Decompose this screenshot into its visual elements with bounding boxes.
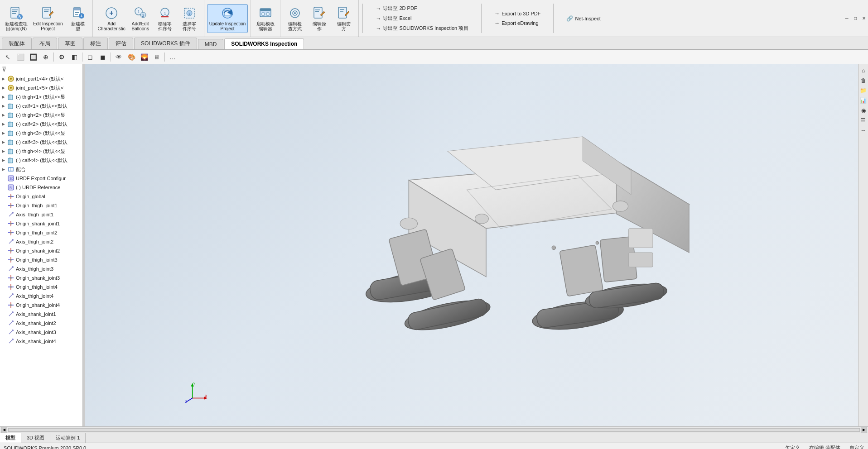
tree-item-joint-part1-4[interactable]: ▶joint_part1<4> (默认< bbox=[0, 74, 82, 83]
tree-icon-thigh-1 bbox=[7, 93, 14, 100]
tree-item-thigh-2[interactable]: ▶(-) thigh<2> (默认<<显 bbox=[0, 110, 82, 119]
section-view-btn[interactable]: ◧ bbox=[68, 51, 80, 63]
svg-rect-35 bbox=[314, 7, 322, 18]
hide-show-btn[interactable]: 👁 bbox=[113, 51, 125, 63]
tree-item-thigh-1[interactable]: ▶(-) thigh<1> (默认<<显 bbox=[0, 92, 82, 101]
tree-item-urdf-export[interactable]: 3DURDF Export Configur bbox=[0, 174, 82, 183]
tree-item-axis-shank-joint1[interactable]: Axis_shank_joint1 bbox=[0, 310, 82, 319]
close-btn[interactable]: ✕ bbox=[860, 14, 868, 23]
tab-layout[interactable]: 布局 bbox=[33, 38, 57, 49]
tree-item-axis-thigh-joint2[interactable]: Axis_thigh_joint2 bbox=[0, 237, 82, 246]
tree-icon-axis-thigh-joint4 bbox=[7, 292, 14, 300]
tree-item-axis-shank-joint2[interactable]: Axis_shank_joint2 bbox=[0, 319, 82, 328]
status-underdefined[interactable]: 欠定义 bbox=[785, 444, 800, 449]
bottom-tab-3d-view[interactable]: 3D 视图 bbox=[21, 433, 50, 443]
tab-sketch[interactable]: 草图 bbox=[58, 38, 82, 49]
tree-item-thigh-4[interactable]: ▶(-) thigh<4> (默认<<显 bbox=[0, 147, 82, 156]
more-btn[interactable]: … bbox=[167, 51, 178, 63]
right-trash-btn[interactable]: 🗑 bbox=[859, 76, 868, 85]
svg-rect-49 bbox=[8, 113, 13, 118]
tree-icon-axis-thigh-joint2 bbox=[7, 238, 14, 245]
new-inspection-btn[interactable]: N 新建检查项 目(amp;N) bbox=[3, 4, 30, 33]
tree-item-origin-shank-joint3[interactable]: Origin_shank_joint3 bbox=[0, 273, 82, 282]
export-2d-pdf-btn[interactable]: → 导出至 2D PDF bbox=[374, 4, 470, 13]
status-customize[interactable]: 自定义 bbox=[849, 444, 864, 449]
view-settings2-btn[interactable]: 🖥 bbox=[151, 51, 163, 63]
tree-item-axis-thigh-joint1[interactable]: Axis_thigh_joint1 bbox=[0, 210, 82, 219]
tree-item-axis-thigh-joint4[interactable]: Axis_thigh_joint4 bbox=[0, 291, 82, 301]
scroll-track[interactable] bbox=[8, 428, 860, 432]
net-inspect-btn[interactable]: 🔗 Net-Inspect bbox=[564, 14, 602, 23]
export-edrawing-btn[interactable]: → Export eDrawing bbox=[492, 19, 542, 27]
svg-text:Z: Z bbox=[185, 400, 187, 404]
tab-assembly[interactable]: 装配体 bbox=[2, 38, 32, 49]
tree-item-peipei[interactable]: ▶配合 bbox=[0, 165, 82, 174]
bottom-tab-motion[interactable]: 运动算例 1 bbox=[50, 433, 86, 443]
tree-item-origin-global[interactable]: Origin_global bbox=[0, 192, 82, 201]
tree-item-axis-shank-joint3[interactable]: Axis_shank_joint3 bbox=[0, 328, 82, 337]
new-model-btn[interactable]: + 新建模 型 bbox=[66, 4, 90, 33]
scene-btn[interactable]: 🌄 bbox=[138, 51, 150, 63]
add-characteristic-btn[interactable]: + Add Characteristic bbox=[96, 4, 128, 33]
right-list-btn[interactable]: ☰ bbox=[859, 116, 868, 125]
select-seq-btn[interactable]: 1 选择零 件序号 bbox=[178, 4, 201, 33]
tab-mbd[interactable]: MBD bbox=[198, 39, 224, 49]
zoom-area-btn[interactable]: ⬜ bbox=[14, 51, 26, 63]
minimize-btn[interactable]: ─ bbox=[843, 14, 851, 23]
tree-item-axis-thigh-joint3[interactable]: Axis_thigh_joint3 bbox=[0, 264, 82, 273]
tab-evaluate[interactable]: 评估 bbox=[109, 38, 133, 49]
tree-item-calf-1[interactable]: ▶(-) calf<1> (默认<<默认 bbox=[0, 101, 82, 110]
right-arrow-btn[interactable]: ↔ bbox=[859, 126, 868, 135]
export-3d-pdf-btn[interactable]: → Export to 3D PDF bbox=[492, 10, 542, 18]
tree-item-origin-shank-joint4[interactable]: Origin_shank_joint4 bbox=[0, 301, 82, 310]
tree-item-origin-thigh-joint4[interactable]: Origin_thigh_joint4 bbox=[0, 282, 82, 291]
svg-text:R: R bbox=[10, 186, 12, 189]
tree-item-thigh-3[interactable]: ▶(-) thigh<3> (默认<<显 bbox=[0, 129, 82, 138]
maximize-btn[interactable]: □ bbox=[851, 14, 859, 23]
tab-solidworks-plugins[interactable]: SOLIDWORKS 插件 bbox=[134, 38, 197, 49]
remove-seq-btn[interactable]: 1 移除零 件序号 bbox=[153, 4, 177, 33]
status-editing[interactable]: 在编辑 装配体 bbox=[809, 444, 840, 449]
tab-solidworks-inspection[interactable]: SOLIDWORKS Inspection bbox=[224, 38, 304, 49]
export-excel-btn[interactable]: → 导出至 Excel bbox=[374, 14, 470, 23]
scroll-left-btn[interactable]: ◀ bbox=[1, 427, 7, 433]
tree-item-origin-shank-joint2[interactable]: Origin_shank_joint2 bbox=[0, 246, 82, 255]
tree-item-urdf-ref[interactable]: R(-) URDF Reference bbox=[0, 183, 82, 192]
tree-item-origin-thigh-joint3[interactable]: Origin_thigh_joint3 bbox=[0, 255, 82, 264]
tree-item-axis-shank-joint4[interactable]: Axis_shank_joint4 bbox=[0, 337, 82, 346]
tree-item-origin-thigh-joint2[interactable]: Origin_thigh_joint2 bbox=[0, 228, 82, 237]
right-home-btn[interactable]: ⌂ bbox=[859, 66, 868, 75]
tree-item-origin-shank-joint1[interactable]: Origin_shank_joint1 bbox=[0, 219, 82, 228]
render-mode-btn[interactable]: ◼ bbox=[97, 51, 109, 63]
tree-item-calf-3[interactable]: ▶(-) calf<3> (默认<<默认 bbox=[0, 138, 82, 147]
scroll-right-btn[interactable]: ▶ bbox=[861, 427, 867, 433]
tree-item-calf-2[interactable]: ▶(-) calf<2> (默认<<默认 bbox=[0, 119, 82, 129]
view-orient-btn[interactable]: ⊕ bbox=[40, 51, 52, 63]
launch-template-btn[interactable]: 启动模板 编辑器 bbox=[254, 4, 277, 33]
tree-item-origin-thigh-joint1[interactable]: Origin_thigh_joint1 bbox=[0, 201, 82, 210]
edit-op-btn[interactable]: 编辑操 作 bbox=[308, 4, 331, 33]
update-inspection-btn[interactable]: Update Inspection Project bbox=[207, 4, 248, 33]
appear-btn[interactable]: 🎨 bbox=[125, 51, 137, 63]
export-sw-icon: → bbox=[376, 25, 381, 32]
3d-viewport[interactable]: Y X Z bbox=[85, 64, 858, 426]
svg-rect-3 bbox=[12, 13, 16, 14]
tree-item-calf-4[interactable]: ▶(-) calf<4> (默认<<默认 bbox=[0, 156, 82, 165]
bottom-tab-model[interactable]: 模型 bbox=[0, 433, 21, 443]
edit-view-btn[interactable]: 编辑检 查方式 bbox=[283, 4, 307, 33]
tab-annotation[interactable]: 标注 bbox=[83, 38, 108, 49]
view-settings-btn[interactable]: ⚙ bbox=[56, 51, 68, 63]
edit-change-btn[interactable]: 编辑变 方 bbox=[332, 4, 356, 33]
right-folder-btn[interactable]: 📁 bbox=[859, 86, 868, 95]
tree-label-origin-shank-joint2: Origin_shank_joint2 bbox=[16, 248, 60, 253]
select-arrow-btn[interactable]: ↖ bbox=[2, 51, 14, 63]
display-style-btn[interactable]: ◻ bbox=[84, 51, 96, 63]
edit-view-icon bbox=[288, 6, 302, 20]
add-edit-balloons-btn[interactable]: 1 2 Add/Edit Balloons bbox=[129, 4, 152, 33]
right-chart-btn[interactable]: 📊 bbox=[859, 96, 868, 105]
tree-item-joint-part1-5[interactable]: ▶joint_part1<5> (默认< bbox=[0, 83, 82, 92]
export-solidworks-inspection-btn[interactable]: → 导出至 SOLIDWORKS Inspection 项目 bbox=[374, 24, 470, 33]
edit-inspection-btn[interactable]: Edit Inspection Project bbox=[31, 4, 65, 33]
right-color-btn[interactable]: ◉ bbox=[859, 106, 868, 115]
view3d-btn[interactable]: 🔲 bbox=[27, 51, 39, 63]
